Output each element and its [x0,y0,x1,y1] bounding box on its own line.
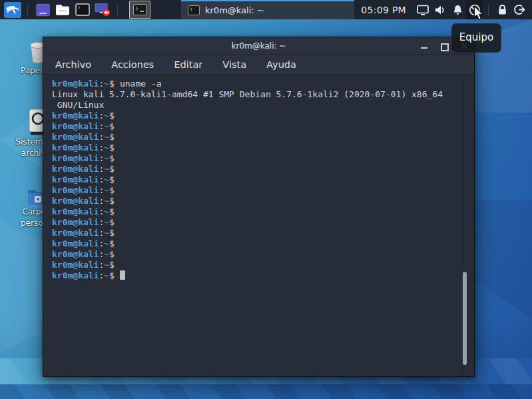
launcher-qterminal-pressed[interactable] [129,1,150,19]
terminal-icon [188,5,200,15]
terminal-prompt-line: kr0m@kali:~$ [52,238,474,249]
lock-icon [496,3,509,16]
window-titlebar[interactable]: kr0m@kali: ~ [43,37,474,55]
menu-acciones[interactable]: Acciones [111,59,154,70]
file-manager-icon [36,3,50,17]
terminal-prompt-line: kr0m@kali:~$ [52,153,474,164]
kali-logo-icon [4,2,21,18]
terminal-prompt-line: kr0m@kali:~$ [52,196,474,206]
launcher-screen-recorder[interactable] [95,2,111,18]
volume-icon [433,4,447,16]
wallpaper-bottom-band [0,384,532,399]
terminal-prompt-line: kr0m@kali:~$ [52,217,474,228]
maximize-button[interactable] [439,41,449,51]
panel-separator [117,4,118,16]
text-cursor [120,270,125,280]
taskbar-item-label: kr0m@kali: ~ [205,5,264,15]
kali-menu-button[interactable] [3,1,23,18]
tooltip-equipo: Equipo [451,23,501,53]
tooltip-text: Equipo [459,31,493,52]
launcher-terminal[interactable]: ❯ [75,2,91,18]
menu-vista[interactable]: Vista [222,59,246,70]
minimize-button[interactable] [419,41,429,51]
menu-editar[interactable]: Editar [174,59,202,70]
screen-recorder-icon [95,3,111,17]
menu-ayuda[interactable]: Ayuda [266,59,296,70]
typed-command: uname -a [115,79,162,89]
terminal-prompt-line: kr0m@kali:~$ [52,260,474,270]
cursor-arrow-icon [473,5,485,21]
menu-bar: Archivo Acciones Editar Vista Ayuda [43,55,474,75]
lock-screen-button[interactable] [493,0,511,19]
terminal-output-line: GNU/Linux [52,100,474,111]
terminal-prompt-line: kr0m@kali:~$ [52,111,474,121]
desktop: Papelera Sistema de archivos Carpeta per… [0,0,532,399]
logout-button[interactable] [511,0,528,19]
folder-icon [55,3,70,16]
bell-icon [451,4,464,16]
display-settings-button[interactable] [414,0,431,19]
volume-button[interactable] [431,0,449,19]
logout-icon [513,3,526,16]
terminal-window: kr0m@kali: ~ Archivo Acciones Editar Vis… [43,37,475,377]
taskbar-item-terminal[interactable]: kr0m@kali: ~ [181,0,354,19]
terminal-prompt-line: kr0m@kali:~$ [52,164,474,175]
svg-text:❯: ❯ [78,5,81,9]
terminal-prompt-line: kr0m@kali:~$ [52,228,474,238]
window-title: kr0m@kali: ~ [232,41,286,51]
terminal-prompt-line: kr0m@kali:~$ [52,249,474,260]
terminal-active-prompt-line: kr0m@kali:~$ [52,270,474,281]
terminal-icon [133,4,146,15]
terminal-body[interactable]: kr0m@kali:~$uname -a Linux kali 5.7.0-ka… [43,75,474,376]
panel-separator [27,4,28,16]
terminal-command-line: kr0m@kali:~$uname -a [52,79,474,89]
terminal-prompt-line: kr0m@kali:~$ [52,206,474,217]
menu-archivo[interactable]: Archivo [55,59,91,70]
display-icon [416,4,429,16]
terminal-prompt-line: kr0m@kali:~$ [52,132,474,143]
terminal-icon: ❯ [75,3,90,16]
clock[interactable]: 05:09 PM [361,5,406,15]
launcher-file-manager[interactable] [35,2,51,18]
top-panel: ❯ kr0m@kali: ~ 05:09 PM [0,0,532,19]
panel-separator [488,4,489,16]
terminal-prompt-line: kr0m@kali:~$ [52,175,474,185]
panel-tray: 05:09 PM [361,0,532,19]
terminal-output-line: Linux kali 5.7.0-kali1-amd64 #1 SMP Debi… [52,89,474,100]
mouse-cursor [473,5,485,24]
notifications-button[interactable] [449,0,466,19]
scrollbar-thumb[interactable] [463,272,467,365]
terminal-prompt-line: kr0m@kali:~$ [52,143,474,153]
terminal-prompt-line: kr0m@kali:~$ [52,121,474,132]
launcher-folder[interactable] [55,2,71,18]
terminal-prompt-line: kr0m@kali:~$ [52,185,474,196]
